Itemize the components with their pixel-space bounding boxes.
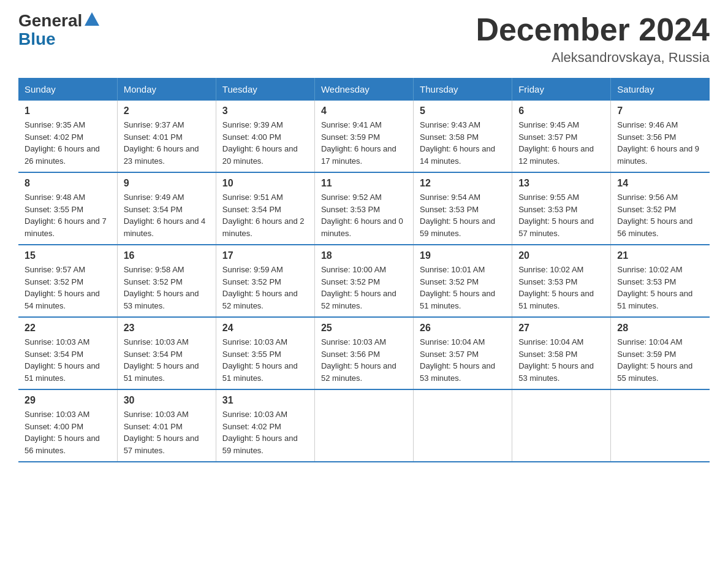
weekday-header: Sunday: [18, 78, 117, 101]
day-number: 12: [420, 178, 506, 189]
page-header: General Blue December 2024 Aleksandrovsk…: [18, 12, 710, 66]
day-info: Sunrise: 10:00 AM Sunset: 3:52 PM Daylig…: [321, 264, 407, 312]
calendar-day-cell: 14 Sunrise: 9:56 AM Sunset: 3:52 PM Dayl…: [611, 172, 710, 245]
day-info: Sunrise: 9:52 AM Sunset: 3:53 PM Dayligh…: [321, 191, 407, 239]
day-info: Sunrise: 9:39 AM Sunset: 4:00 PM Dayligh…: [222, 119, 308, 167]
calendar-day-cell: 2 Sunrise: 9:37 AM Sunset: 4:01 PM Dayli…: [117, 101, 216, 172]
day-number: 23: [124, 323, 210, 334]
day-info: Sunrise: 9:46 AM Sunset: 3:56 PM Dayligh…: [617, 119, 703, 167]
day-number: 15: [25, 250, 111, 261]
day-info: Sunrise: 10:03 AM Sunset: 3:55 PM Daylig…: [222, 336, 308, 384]
day-number: 2: [124, 105, 210, 117]
calendar-day-cell: [314, 389, 413, 462]
calendar-week-row: 29 Sunrise: 10:03 AM Sunset: 4:00 PM Day…: [18, 389, 710, 462]
calendar-day-cell: 11 Sunrise: 9:52 AM Sunset: 3:53 PM Dayl…: [314, 172, 413, 245]
logo: General Blue: [18, 12, 100, 49]
day-number: 1: [25, 105, 111, 117]
svg-marker-0: [85, 12, 99, 26]
day-number: 24: [222, 323, 308, 334]
day-number: 8: [25, 178, 111, 189]
day-number: 18: [321, 250, 407, 261]
calendar-day-cell: 10 Sunrise: 9:51 AM Sunset: 3:54 PM Dayl…: [216, 172, 314, 245]
day-number: 4: [321, 105, 407, 117]
calendar-day-cell: 26 Sunrise: 10:04 AM Sunset: 3:57 PM Day…: [414, 317, 512, 389]
calendar-day-cell: 12 Sunrise: 9:54 AM Sunset: 3:53 PM Dayl…: [414, 172, 512, 245]
day-number: 30: [124, 395, 210, 406]
weekday-header: Thursday: [414, 78, 512, 101]
calendar-week-row: 1 Sunrise: 9:35 AM Sunset: 4:02 PM Dayli…: [18, 101, 710, 172]
month-title: December 2024: [476, 12, 710, 47]
day-info: Sunrise: 10:02 AM Sunset: 3:53 PM Daylig…: [617, 264, 703, 312]
day-number: 29: [25, 395, 111, 406]
day-info: Sunrise: 9:37 AM Sunset: 4:01 PM Dayligh…: [124, 119, 210, 167]
calendar-day-cell: 30 Sunrise: 10:03 AM Sunset: 4:01 PM Day…: [117, 389, 216, 462]
calendar-day-cell: 23 Sunrise: 10:03 AM Sunset: 3:54 PM Day…: [117, 317, 216, 389]
calendar-week-row: 8 Sunrise: 9:48 AM Sunset: 3:55 PM Dayli…: [18, 172, 710, 245]
day-info: Sunrise: 9:43 AM Sunset: 3:58 PM Dayligh…: [420, 119, 506, 167]
day-info: Sunrise: 10:03 AM Sunset: 3:54 PM Daylig…: [124, 336, 210, 384]
day-number: 22: [25, 323, 111, 334]
day-number: 25: [321, 323, 407, 334]
calendar-day-cell: 18 Sunrise: 10:00 AM Sunset: 3:52 PM Day…: [314, 245, 413, 317]
calendar-day-cell: 31 Sunrise: 10:03 AM Sunset: 4:02 PM Day…: [216, 389, 314, 462]
weekday-header: Saturday: [611, 78, 710, 101]
calendar-day-cell: 6 Sunrise: 9:45 AM Sunset: 3:57 PM Dayli…: [512, 101, 611, 172]
day-number: 17: [222, 250, 308, 261]
weekday-header: Wednesday: [314, 78, 413, 101]
calendar-day-cell: 27 Sunrise: 10:04 AM Sunset: 3:58 PM Day…: [512, 317, 611, 389]
day-info: Sunrise: 9:58 AM Sunset: 3:52 PM Dayligh…: [124, 264, 210, 312]
calendar-day-cell: 16 Sunrise: 9:58 AM Sunset: 3:52 PM Dayl…: [117, 245, 216, 317]
logo-general-text: General: [18, 12, 82, 29]
day-number: 5: [420, 105, 506, 117]
day-info: Sunrise: 9:57 AM Sunset: 3:52 PM Dayligh…: [25, 264, 111, 312]
calendar-day-cell: 3 Sunrise: 9:39 AM Sunset: 4:00 PM Dayli…: [216, 101, 314, 172]
title-block: December 2024 Aleksandrovskaya, Russia: [476, 12, 710, 66]
calendar-day-cell: 24 Sunrise: 10:03 AM Sunset: 3:55 PM Day…: [216, 317, 314, 389]
day-info: Sunrise: 10:04 AM Sunset: 3:59 PM Daylig…: [617, 336, 703, 384]
calendar-day-cell: 13 Sunrise: 9:55 AM Sunset: 3:53 PM Dayl…: [512, 172, 611, 245]
day-info: Sunrise: 9:45 AM Sunset: 3:57 PM Dayligh…: [518, 119, 604, 167]
day-number: 31: [222, 395, 308, 406]
calendar-day-cell: 4 Sunrise: 9:41 AM Sunset: 3:59 PM Dayli…: [314, 101, 413, 172]
day-number: 14: [617, 178, 703, 189]
weekday-header: Monday: [117, 78, 216, 101]
logo-blue-text: Blue: [18, 29, 56, 49]
day-info: Sunrise: 10:03 AM Sunset: 4:00 PM Daylig…: [25, 408, 111, 456]
calendar-day-cell: 21 Sunrise: 10:02 AM Sunset: 3:53 PM Day…: [611, 245, 710, 317]
day-number: 20: [518, 250, 604, 261]
weekday-header: Tuesday: [216, 78, 314, 101]
day-number: 16: [124, 250, 210, 261]
weekday-header-row: SundayMondayTuesdayWednesdayThursdayFrid…: [18, 78, 710, 101]
calendar-day-cell: 1 Sunrise: 9:35 AM Sunset: 4:02 PM Dayli…: [18, 101, 117, 172]
day-info: Sunrise: 9:54 AM Sunset: 3:53 PM Dayligh…: [420, 191, 506, 239]
day-number: 7: [617, 105, 703, 117]
calendar-day-cell: [611, 389, 710, 462]
calendar-day-cell: 19 Sunrise: 10:01 AM Sunset: 3:52 PM Day…: [414, 245, 512, 317]
logo-icon: [83, 11, 100, 28]
day-number: 28: [617, 323, 703, 334]
calendar-day-cell: 29 Sunrise: 10:03 AM Sunset: 4:00 PM Day…: [18, 389, 117, 462]
day-info: Sunrise: 9:48 AM Sunset: 3:55 PM Dayligh…: [25, 191, 111, 239]
calendar-day-cell: 9 Sunrise: 9:49 AM Sunset: 3:54 PM Dayli…: [117, 172, 216, 245]
calendar-day-cell: 5 Sunrise: 9:43 AM Sunset: 3:58 PM Dayli…: [414, 101, 512, 172]
day-info: Sunrise: 10:04 AM Sunset: 3:57 PM Daylig…: [420, 336, 506, 384]
day-number: 10: [222, 178, 308, 189]
day-number: 21: [617, 250, 703, 261]
calendar-day-cell: 28 Sunrise: 10:04 AM Sunset: 3:59 PM Day…: [611, 317, 710, 389]
day-number: 19: [420, 250, 506, 261]
day-info: Sunrise: 9:55 AM Sunset: 3:53 PM Dayligh…: [518, 191, 604, 239]
day-info: Sunrise: 10:04 AM Sunset: 3:58 PM Daylig…: [518, 336, 604, 384]
day-info: Sunrise: 9:49 AM Sunset: 3:54 PM Dayligh…: [124, 191, 210, 239]
day-number: 9: [124, 178, 210, 189]
day-info: Sunrise: 9:41 AM Sunset: 3:59 PM Dayligh…: [321, 119, 407, 167]
calendar-day-cell: 25 Sunrise: 10:03 AM Sunset: 3:56 PM Day…: [314, 317, 413, 389]
day-info: Sunrise: 10:03 AM Sunset: 4:02 PM Daylig…: [222, 408, 308, 456]
day-info: Sunrise: 9:56 AM Sunset: 3:52 PM Dayligh…: [617, 191, 703, 239]
calendar-day-cell: 8 Sunrise: 9:48 AM Sunset: 3:55 PM Dayli…: [18, 172, 117, 245]
day-number: 13: [518, 178, 604, 189]
day-info: Sunrise: 9:35 AM Sunset: 4:02 PM Dayligh…: [25, 119, 111, 167]
calendar-day-cell: 22 Sunrise: 10:03 AM Sunset: 3:54 PM Day…: [18, 317, 117, 389]
calendar-day-cell: 15 Sunrise: 9:57 AM Sunset: 3:52 PM Dayl…: [18, 245, 117, 317]
day-info: Sunrise: 10:02 AM Sunset: 3:53 PM Daylig…: [518, 264, 604, 312]
day-info: Sunrise: 10:03 AM Sunset: 3:56 PM Daylig…: [321, 336, 407, 384]
